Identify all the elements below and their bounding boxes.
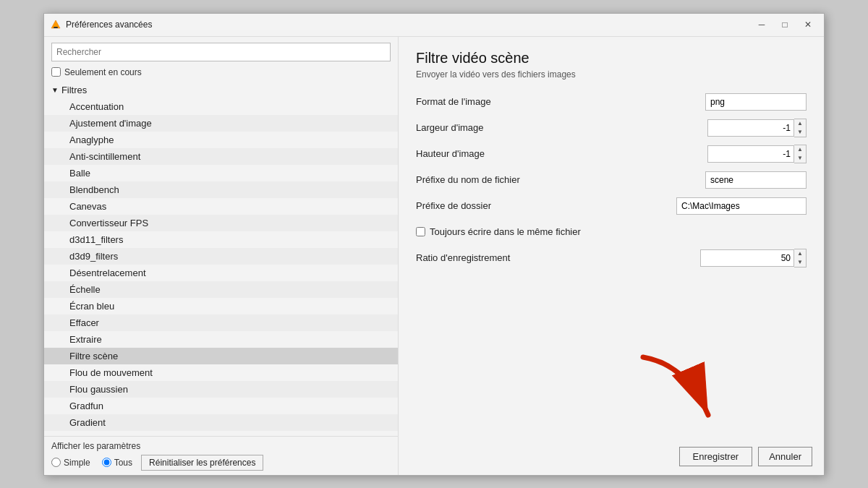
label-largeur: Largeur d'image xyxy=(416,122,561,133)
label-hauteur: Hauteur d'image xyxy=(416,148,561,159)
input-hauteur[interactable] xyxy=(707,145,794,163)
setting-row-prefixe-nom: Préfixe du nom de fichier xyxy=(416,171,807,189)
radio-group: Simple Tous xyxy=(51,458,132,468)
tree-item[interactable]: Anti-scintillement xyxy=(44,148,398,165)
spinner-ratio-down[interactable]: ▼ xyxy=(794,258,806,267)
main-window: Préférences avancées ─ □ ✕ Seulement en … xyxy=(43,13,825,476)
input-prefixe-dossier[interactable] xyxy=(676,197,807,215)
tree-item[interactable]: Canevas xyxy=(44,198,398,215)
chevron-down-icon: ▼ xyxy=(51,86,59,94)
radio-tous[interactable] xyxy=(102,458,111,467)
setting-row-largeur: Largeur d'image ▲ ▼ xyxy=(416,119,807,137)
spinner-hauteur-btns: ▲ ▼ xyxy=(794,145,807,163)
setting-row-toujours: Toujours écrire dans le même fichier xyxy=(416,223,807,241)
tree-item[interactable]: Échelle xyxy=(44,281,398,298)
input-ratio[interactable] xyxy=(700,249,794,267)
tree-item[interactable]: Filtre scène xyxy=(44,348,398,364)
tree-item[interactable]: Flou de mouvement xyxy=(44,364,398,381)
maximize-button[interactable]: □ xyxy=(775,17,795,32)
input-prefixe-nom[interactable] xyxy=(705,171,807,189)
radio-simple-text: Simple xyxy=(64,458,90,468)
label-prefixe-nom: Préfixe du nom de fichier xyxy=(416,174,561,185)
radio-simple-label[interactable]: Simple xyxy=(51,458,90,468)
tree-item[interactable]: Extraire xyxy=(44,331,398,348)
spinner-largeur-up[interactable]: ▲ xyxy=(794,119,806,128)
value-hauteur: ▲ ▼ xyxy=(561,145,807,163)
action-buttons: Enregistrer Annuler xyxy=(679,447,812,466)
afficher-label: Afficher les paramètres xyxy=(51,441,391,451)
tree-item[interactable]: Effacer xyxy=(44,314,398,331)
cancel-button[interactable]: Annuler xyxy=(758,447,812,466)
tree-item[interactable]: Blendbench xyxy=(44,181,398,198)
setting-row-format: Format de l'image xyxy=(416,93,807,111)
value-prefixe-nom xyxy=(561,171,807,189)
setting-row-prefixe-dossier: Préfixe de dossier xyxy=(416,197,807,215)
tree-item[interactable]: Flou gaussien xyxy=(44,381,398,398)
radio-tous-label[interactable]: Tous xyxy=(102,458,132,468)
panel-subtitle: Envoyer la vidéo vers des fichiers image… xyxy=(416,69,807,80)
close-button[interactable]: ✕ xyxy=(798,17,818,32)
tree-items-container: AccentuationAjustement d'imageAnaglypheA… xyxy=(44,98,398,431)
tree-item[interactable]: Ajustement d'image xyxy=(44,115,398,132)
spinner-ratio: ▲ ▼ xyxy=(700,249,807,267)
titlebar: Préférences avancées ─ □ ✕ xyxy=(44,14,824,37)
tree-item[interactable]: Gradfun xyxy=(44,398,398,414)
seulement-checkbox[interactable] xyxy=(51,67,61,77)
input-format[interactable] xyxy=(705,93,807,111)
spinner-hauteur-up[interactable]: ▲ xyxy=(794,145,806,154)
tree-item[interactable]: Balle xyxy=(44,165,398,181)
checkbox-toujours[interactable] xyxy=(416,227,425,236)
seulement-label: Seulement en cours xyxy=(64,67,142,77)
value-largeur: ▲ ▼ xyxy=(561,119,807,137)
label-prefixe-dossier: Préfixe de dossier xyxy=(416,200,561,211)
tree-item[interactable]: Désentrelacement xyxy=(44,265,398,281)
right-panel: Filtre vidéo scène Envoyer la vidéo vers… xyxy=(399,37,824,475)
tree-section-label: Filtres xyxy=(61,85,87,95)
tree-item[interactable]: Accentuation xyxy=(44,98,398,115)
spinner-ratio-up[interactable]: ▲ xyxy=(794,249,806,258)
label-ratio: Ratio d'enregistrement xyxy=(416,252,561,263)
checkbox-toujours-row: Toujours écrire dans le même fichier xyxy=(416,226,581,237)
spinner-hauteur: ▲ ▼ xyxy=(707,145,807,163)
minimize-button[interactable]: ─ xyxy=(752,17,772,32)
setting-row-ratio: Ratio d'enregistrement ▲ ▼ xyxy=(416,249,807,267)
vlc-icon xyxy=(50,19,61,30)
tree-item[interactable]: d3d9_filters xyxy=(44,248,398,265)
save-button[interactable]: Enregistrer xyxy=(679,447,753,466)
search-input[interactable] xyxy=(51,43,391,61)
checkbox-toujours-label: Toujours écrire dans le même fichier xyxy=(430,226,581,237)
spinner-largeur: ▲ ▼ xyxy=(707,119,807,137)
tree-item[interactable]: Écran bleu xyxy=(44,298,398,314)
arrow-annotation xyxy=(629,350,730,432)
window-controls: ─ □ ✕ xyxy=(752,17,818,32)
bottom-bar: Afficher les paramètres Simple Tous Réin… xyxy=(44,436,398,475)
tree-item[interactable]: Anaglyphe xyxy=(44,132,398,148)
tree-item[interactable]: Convertisseur FPS xyxy=(44,215,398,231)
radio-tous-text: Tous xyxy=(114,458,132,468)
reset-button[interactable]: Réinitialiser les préférences xyxy=(141,455,263,471)
value-format xyxy=(561,93,807,111)
tree-section-filtres[interactable]: ▼ Filtres xyxy=(44,82,398,98)
input-largeur[interactable] xyxy=(707,119,794,137)
spinner-largeur-btns: ▲ ▼ xyxy=(794,119,807,137)
spinner-hauteur-down[interactable]: ▼ xyxy=(794,154,806,163)
settings-grid: Format de l'image Largeur d'image ▲ ▼ xyxy=(416,93,807,267)
value-ratio: ▲ ▼ xyxy=(561,249,807,267)
label-format: Format de l'image xyxy=(416,96,561,107)
spinner-largeur-down[interactable]: ▼ xyxy=(794,128,806,137)
tree-container[interactable]: ▼ Filtres AccentuationAjustement d'image… xyxy=(44,82,398,436)
value-prefixe-dossier xyxy=(561,197,807,215)
window-title: Préférences avancées xyxy=(66,20,752,30)
spinner-ratio-btns: ▲ ▼ xyxy=(794,249,807,267)
main-content: Seulement en cours ▼ Filtres Accentuatio… xyxy=(44,37,824,475)
tree-item[interactable]: Gradient xyxy=(44,414,398,431)
tree-item[interactable]: d3d11_filters xyxy=(44,231,398,248)
setting-row-hauteur: Hauteur d'image ▲ ▼ xyxy=(416,145,807,163)
svg-rect-1 xyxy=(54,27,58,28)
panel-title: Filtre vidéo scène xyxy=(416,50,807,67)
search-container xyxy=(44,37,398,66)
radio-simple[interactable] xyxy=(51,458,61,467)
seulement-container: Seulement en cours xyxy=(44,66,398,82)
left-panel: Seulement en cours ▼ Filtres Accentuatio… xyxy=(44,37,399,475)
